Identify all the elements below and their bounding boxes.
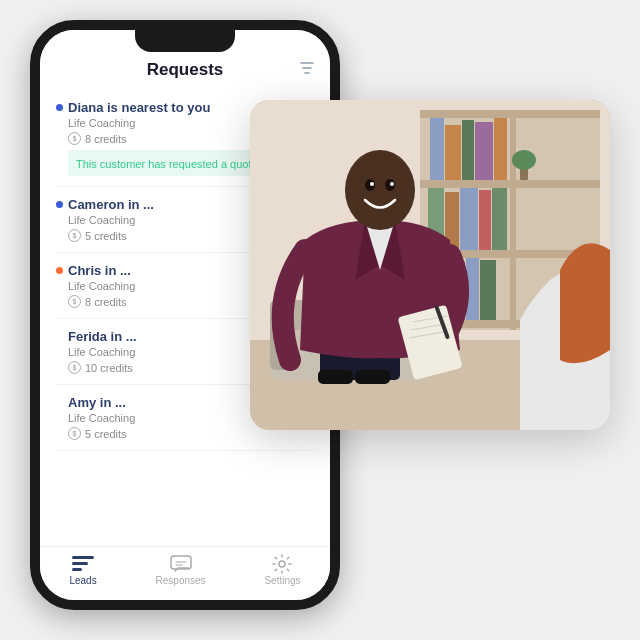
svg-point-4 (279, 561, 285, 567)
svg-point-27 (512, 150, 536, 170)
item-name: Ferida in ... (68, 329, 137, 344)
status-dot (56, 333, 63, 340)
photo-inner (250, 100, 610, 430)
item-name: Amy in ... (68, 395, 126, 410)
svg-rect-1 (72, 562, 88, 565)
svg-rect-16 (494, 118, 507, 180)
svg-rect-11 (510, 110, 516, 330)
credits-icon: $ (68, 229, 81, 242)
svg-rect-25 (480, 260, 496, 320)
nav-label-settings: Settings (264, 575, 300, 586)
credits-icon: $ (68, 132, 81, 145)
item-name: Chris in ... (68, 263, 131, 278)
credits-icon: $ (68, 295, 81, 308)
svg-rect-21 (492, 188, 507, 250)
svg-rect-20 (479, 190, 491, 250)
svg-rect-15 (475, 122, 493, 180)
photo-card (250, 100, 610, 430)
nav-label-responses: Responses (156, 575, 206, 586)
bottom-nav: Leads Responses (40, 546, 330, 600)
responses-icon (170, 555, 192, 573)
item-credits: 5 credits (85, 230, 127, 242)
nav-item-leads[interactable]: Leads (69, 555, 96, 586)
quote-badge: This customer has requested a quote (68, 150, 266, 176)
svg-point-41 (390, 182, 394, 186)
filter-icon[interactable] (300, 60, 314, 80)
item-credits: 10 credits (85, 362, 133, 374)
item-credits: 5 credits (85, 428, 127, 440)
scene: Requests Diana is nearest to you (30, 20, 610, 620)
status-dot (56, 201, 63, 208)
svg-point-40 (370, 182, 374, 186)
item-name: Cameron in ... (68, 197, 154, 212)
svg-rect-2 (72, 568, 82, 571)
svg-rect-19 (460, 188, 478, 250)
settings-icon (271, 555, 293, 573)
nav-item-responses[interactable]: Responses (156, 555, 206, 586)
svg-point-37 (345, 150, 415, 230)
svg-rect-12 (430, 118, 444, 180)
quote-badge-text: This customer has requested a quote (76, 158, 258, 170)
phone-notch (135, 30, 235, 52)
status-dot (56, 399, 63, 406)
svg-rect-0 (72, 556, 94, 559)
item-credits: 8 credits (85, 133, 127, 145)
photo-illustration (250, 100, 610, 430)
nav-label-leads: Leads (69, 575, 96, 586)
svg-rect-14 (462, 120, 474, 180)
page-title: Requests (147, 60, 224, 80)
credits-icon: $ (68, 427, 81, 440)
credits-icon: $ (68, 361, 81, 374)
item-credits: 8 credits (85, 296, 127, 308)
status-dot (56, 104, 63, 111)
item-name: Diana is nearest to you (68, 100, 210, 115)
nav-item-settings[interactable]: Settings (264, 555, 300, 586)
svg-rect-13 (445, 125, 461, 180)
svg-rect-34 (318, 370, 353, 384)
leads-icon (72, 555, 94, 573)
svg-rect-35 (355, 370, 390, 384)
status-dot (56, 267, 63, 274)
